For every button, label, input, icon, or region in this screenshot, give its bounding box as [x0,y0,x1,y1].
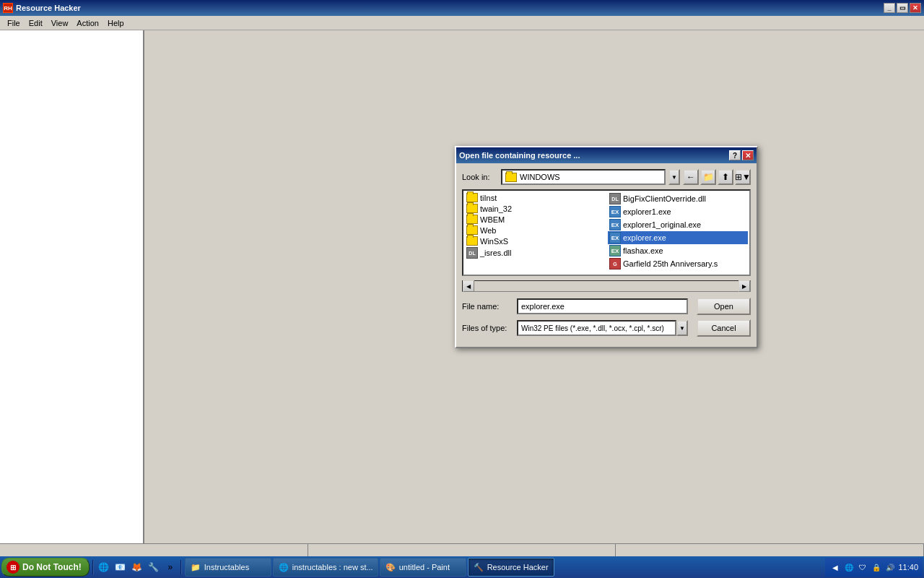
file-name-row: File name: Open [462,298,751,315]
main-area: Open file containing resource ... ? ✕ Lo… [144,30,924,556]
ie-icon[interactable]: 🌐 [97,560,111,574]
taskbar-item-label: instructables : new st... [292,563,373,571]
tray-sound-icon[interactable]: 🔊 [884,561,896,573]
list-item[interactable]: Web [465,225,605,236]
files-of-type-value: Win32 PE files (*.exe, *.dll, *.ocx, *.c… [521,324,664,332]
taskbar-item-label: Instructables [204,563,249,571]
file-name: explorer1.exe [623,207,671,216]
file-list-left: tiInst twain_32 WBEM [463,191,606,275]
tool-icon[interactable]: 🔧 [147,560,161,574]
taskbar-item-instructables-web[interactable]: 🌐 instructables : new st... [273,558,378,577]
list-item[interactable]: WBEM [465,214,605,225]
list-item-selected[interactable]: EX explorer.exe [608,231,748,244]
taskbar: ⊞ Do Not Touch! 🌐 📧 🦊 🔧 » 📁 Instructable… [0,556,924,578]
file-name: explorer1_original.exe [623,220,701,229]
list-item[interactable]: EX explorer1_original.exe [608,218,748,231]
firefox-icon[interactable]: 🦊 [130,560,144,574]
status-pane-2 [308,544,616,556]
menu-view[interactable]: View [47,17,73,29]
open-file-dialog: Open file containing resource ... ? ✕ Lo… [455,146,758,348]
tray-av-icon[interactable]: 🔒 [871,561,882,573]
open-button[interactable]: Open [697,298,751,315]
exe-icon: EX [609,232,621,243]
menu-edit[interactable]: Edit [25,17,47,29]
horizontal-scrollbar[interactable]: ◀ ▶ [462,280,751,292]
menu-file[interactable]: File [3,17,25,29]
files-of-type-dropdown-arrow[interactable]: ▼ [676,320,688,336]
dialog-close-button[interactable]: ✕ [742,150,754,160]
menu-help[interactable]: Help [103,17,128,29]
files-of-type-wrapper: Win32 PE files (*.exe, *.dll, *.ocx, *.c… [517,320,688,336]
file-name: explorer.exe [623,233,666,242]
scroll-right-button[interactable]: ▶ [738,280,750,292]
start-label: Do Not Touch! [22,562,82,572]
start-button[interactable]: ⊞ Do Not Touch! [1,558,90,577]
dialog-toolbar: ← 📁 ⬆ ⊞▼ [683,169,751,185]
look-in-combo[interactable]: WINDOWS [501,169,666,185]
scroll-left-button[interactable]: ◀ [463,280,474,292]
dialog-title-buttons: ? ✕ [729,150,754,160]
list-item[interactable]: WinSxS [465,236,605,246]
files-of-type-label: Files of type: [462,324,513,332]
status-bar [0,543,924,556]
file-name: flashax.exe [623,246,663,255]
dialog-body: Look in: WINDOWS ▼ ← 📁 ⬆ ⊞▼ [456,163,757,347]
list-item[interactable]: EX flashax.exe [608,244,748,257]
file-name-label: File name: [462,302,513,311]
list-item[interactable]: DL BigFixClientOverride.dll [608,192,748,205]
status-pane [0,544,308,556]
new-folder-button[interactable]: 📁 [700,169,716,185]
tray-security-icon[interactable]: 🛡 [857,561,868,573]
dialog-title-text: Open file containing resource ... [459,151,580,160]
start-logo-icon: ⊞ [6,561,19,574]
up-button[interactable]: ⬆ [718,169,733,185]
maximize-button[interactable]: ▭ [897,3,908,13]
folder-icon [466,236,478,246]
files-of-type-combo[interactable]: Win32 PE files (*.exe, *.dll, *.ocx, *.c… [517,320,676,336]
more-icon[interactable]: » [163,560,178,574]
taskbar-item-instructables[interactable]: 📁 Instructables [185,558,271,577]
look-in-dropdown-arrow[interactable]: ▼ [668,169,680,185]
title-bar-left: RH Resource Hacker [3,3,81,13]
app-icon: RH [3,3,13,13]
paint-icon: 🎨 [385,561,396,573]
tray-expand-icon[interactable]: ◀ [829,561,841,573]
view-button[interactable]: ⊞▼ [735,169,751,185]
list-item[interactable]: DL _isres.dll [465,246,605,259]
file-name: twain_32 [480,204,512,213]
menu-action[interactable]: Action [72,17,103,29]
quick-launch: 🌐 📧 🦊 🔧 » [97,560,178,574]
list-item[interactable]: twain_32 [465,203,605,214]
taskbar-separator-2 [180,560,182,574]
action-buttons: Open [697,298,751,315]
cancel-button[interactable]: Cancel [697,319,751,337]
minimize-button[interactable]: _ [884,3,895,13]
email-icon[interactable]: 📧 [113,560,128,574]
dll-icon: DL [609,193,621,204]
file-name-input[interactable] [517,298,688,314]
main-content: Open file containing resource ... ? ✕ Lo… [0,30,924,556]
file-name: _isres.dll [480,249,511,257]
dialog-title-bar: Open file containing resource ... ? ✕ [456,147,757,163]
look-in-label: Look in: [462,173,498,181]
taskbar-item-reshacker[interactable]: 🔨 Resource Hacker [468,558,554,577]
back-button[interactable]: ← [683,169,699,185]
file-name: WinSxS [480,237,508,246]
status-pane-3 [616,544,924,556]
list-item[interactable]: tiInst [465,192,605,203]
list-item[interactable]: G Garfield 25th Anniversary.s [608,257,748,270]
exe-icon: EX [609,206,621,217]
list-item[interactable]: EX explorer1.exe [608,205,748,218]
close-button[interactable]: ✕ [910,3,921,13]
scroll-track [474,281,738,291]
title-bar-buttons: _ ▭ ✕ [884,3,921,13]
taskbar-item-paint[interactable]: 🎨 untitled - Paint [380,558,466,577]
taskbar-items: 📁 Instructables 🌐 instructables : new st… [185,558,824,577]
tray-network-icon[interactable]: 🌐 [843,561,855,573]
taskbar-item-label: untitled - Paint [399,563,450,571]
special-icon: G [609,258,621,269]
taskbar-item-label: Resource Hacker [487,563,549,571]
browser-icon: 🌐 [278,561,289,573]
taskbar-separator-1 [92,560,94,574]
dialog-help-button[interactable]: ? [729,150,741,160]
